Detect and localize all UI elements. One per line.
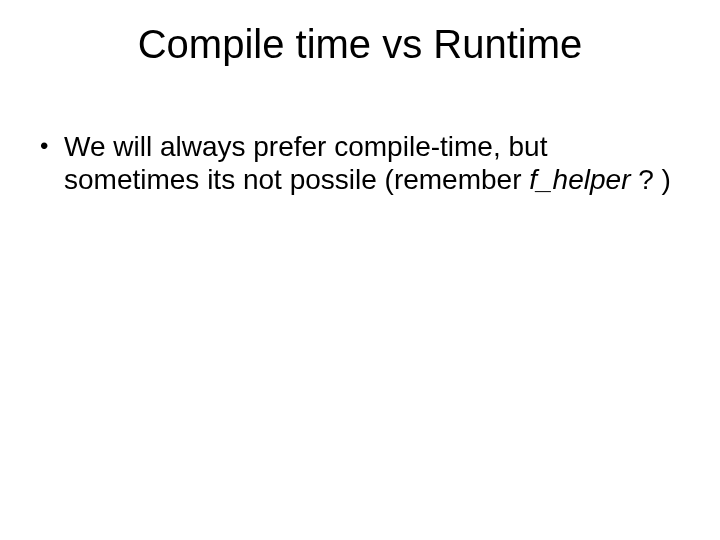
bullet-text: We will always prefer compile-time, but … [64, 131, 671, 195]
bullet-list: We will always prefer compile-time, but … [36, 130, 672, 196]
text-segment: f_helper [529, 164, 630, 195]
slide-title: Compile time vs Runtime [0, 22, 720, 67]
slide-body: We will always prefer compile-time, but … [36, 130, 672, 196]
list-item: We will always prefer compile-time, but … [36, 130, 672, 196]
slide: Compile time vs Runtime We will always p… [0, 0, 720, 540]
text-segment: We will always prefer compile-time, but … [64, 131, 555, 195]
text-segment: ? ) [630, 164, 670, 195]
